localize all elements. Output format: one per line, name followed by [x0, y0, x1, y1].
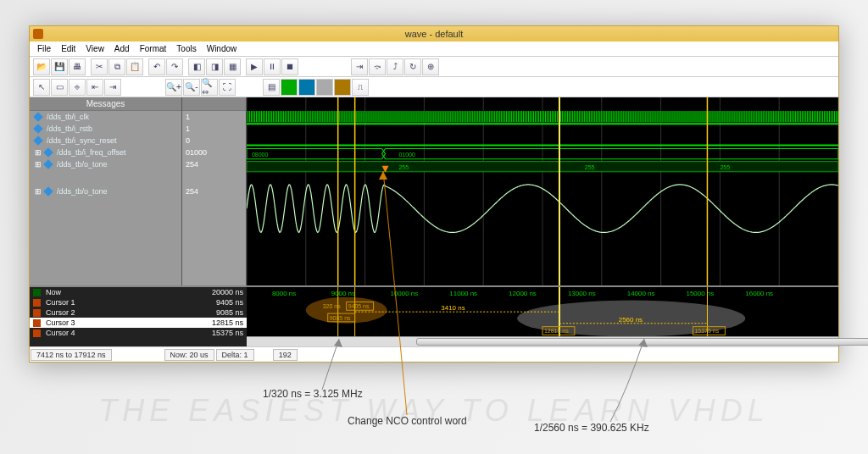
- diamond-icon: [43, 159, 53, 169]
- svg-text:9000 ns: 9000 ns: [331, 290, 355, 297]
- tool-b-icon[interactable]: ◨: [206, 58, 223, 75]
- zoom-in-icon[interactable]: 🔍+: [165, 79, 182, 96]
- diamond-icon: [43, 147, 53, 157]
- signal-row-analog: ⊞/dds_tb/o_tone: [30, 177, 181, 206]
- menu-tools[interactable]: Tools: [172, 42, 200, 55]
- svg-text:16000 ns: 16000 ns: [745, 290, 773, 297]
- svg-text:13000 ns: 13000 ns: [568, 290, 596, 297]
- svg-text:9405 ns: 9405 ns: [348, 303, 370, 309]
- svg-text:8000 ns: 8000 ns: [272, 290, 296, 297]
- cursor-values: 20000 ns 9405 ns 9085 ns 12815 ns 15375 …: [182, 287, 247, 346]
- signal-panel[interactable]: Messages /dds_tb/i_clk /dds_tb/i_rstb /d…: [30, 97, 182, 285]
- svg-text:320 ns: 320 ns: [323, 303, 341, 309]
- svg-text:255: 255: [585, 164, 595, 170]
- cursor-panel: Now Cursor 1 Cursor 2 Cursor 3 Cursor 4 …: [30, 285, 838, 346]
- svg-text:2560 ns: 2560 ns: [619, 316, 643, 324]
- svg-text:15375 ns: 15375 ns: [694, 329, 719, 335]
- select-icon[interactable]: ▭: [51, 79, 68, 96]
- menu-file[interactable]: File: [33, 42, 55, 55]
- signal-row: /dds_tb/i_clk: [30, 111, 181, 123]
- color1-icon[interactable]: [281, 79, 298, 96]
- menu-format[interactable]: Format: [136, 42, 171, 55]
- scrollbar-thumb[interactable]: [416, 338, 868, 346]
- annotation-freq2: 1/2560 ns = 390.625 KHz: [534, 422, 649, 434]
- tool-c-icon[interactable]: ▦: [224, 58, 241, 75]
- diamond-icon: [33, 112, 42, 121]
- svg-text:15000 ns: 15000 ns: [687, 290, 715, 297]
- zoom-out-icon[interactable]: 🔍-: [183, 79, 200, 96]
- cursor-row-selected[interactable]: Cursor 3: [30, 318, 182, 328]
- status-range: 7412 ns to 17912 ns: [31, 349, 112, 361]
- color2-icon[interactable]: [298, 79, 315, 96]
- color4-icon[interactable]: [334, 79, 351, 96]
- value-row: 01000: [182, 147, 246, 158]
- value-row: 0: [182, 135, 246, 147]
- app-icon: [33, 29, 43, 39]
- stepover-icon[interactable]: ⤼: [369, 58, 386, 75]
- stepout-icon[interactable]: ⤴: [387, 58, 403, 75]
- value-row: 1: [182, 111, 246, 123]
- menubar: File Edit View Add Format Tools Window: [30, 42, 838, 57]
- now-row: Now: [30, 287, 182, 297]
- menu-add[interactable]: Add: [110, 42, 134, 55]
- svg-text:255: 255: [720, 164, 730, 170]
- cursor-add-icon[interactable]: ⊕: [422, 58, 439, 75]
- value-row: 1: [182, 123, 246, 135]
- diamond-icon: [33, 124, 42, 133]
- open-icon[interactable]: 📂: [33, 58, 50, 75]
- value-panel: 1 1 0 01000 254 254: [182, 97, 247, 285]
- stop-icon[interactable]: ⏹: [281, 58, 298, 75]
- cursor-row[interactable]: Cursor 2: [30, 307, 182, 318]
- svg-text:14000 ns: 14000 ns: [627, 290, 655, 297]
- undo-icon[interactable]: ↶: [148, 58, 165, 75]
- svg-text:12815 ns: 12815 ns: [544, 329, 569, 335]
- menu-view[interactable]: View: [81, 42, 108, 55]
- menu-edit[interactable]: Edit: [57, 42, 80, 55]
- tool-a-icon[interactable]: ◧: [188, 58, 205, 75]
- svg-text:01000: 01000: [398, 152, 415, 158]
- svg-text:9085 ns: 9085 ns: [330, 315, 351, 321]
- pointer-icon[interactable]: ↖: [33, 79, 50, 96]
- step-icon[interactable]: ⇥: [351, 58, 368, 75]
- toolbar-2: ↖ ▭ ⎆ ⇤ ⇥ 🔍+ 🔍- 🔍⇔ ⛶ ▤ ⎍: [30, 77, 838, 97]
- prev-icon[interactable]: ⇤: [86, 79, 103, 96]
- messages-header: Messages: [30, 97, 181, 111]
- menu-window[interactable]: Window: [203, 42, 242, 55]
- svg-text:08000: 08000: [252, 152, 268, 158]
- diamond-icon: [43, 186, 53, 196]
- svg-rect-18: [247, 162, 838, 172]
- svg-text:11000 ns: 11000 ns: [449, 290, 477, 297]
- cursor-ruler[interactable]: 8000 ns 9000 ns 10000 ns 11000 ns 12000 …: [247, 287, 838, 346]
- cursor-list[interactable]: Now Cursor 1 Cursor 2 Cursor 3 Cursor 4: [30, 287, 182, 346]
- svg-rect-12: [247, 111, 838, 122]
- cursor-row[interactable]: Cursor 4: [30, 328, 182, 338]
- svg-text:255: 255: [398, 164, 409, 170]
- save-icon[interactable]: 💾: [51, 58, 68, 75]
- redo-icon[interactable]: ↷: [166, 58, 183, 75]
- next-icon[interactable]: ⇥: [104, 79, 121, 96]
- cut-icon[interactable]: ✂: [91, 58, 108, 75]
- color3-icon[interactable]: [316, 79, 333, 96]
- print-icon[interactable]: 🖶: [69, 58, 86, 75]
- goto-icon[interactable]: ⎆: [69, 79, 86, 96]
- zoom-fit-icon[interactable]: ⛶: [219, 79, 236, 96]
- svg-text:3410 ns: 3410 ns: [441, 304, 465, 312]
- svg-text:12000 ns: 12000 ns: [509, 290, 537, 297]
- copy-icon[interactable]: ⧉: [108, 58, 125, 75]
- toolbar-1: 📂 💾 🖶 ✂ ⧉ 📋 ↶ ↷ ◧ ◨ ▦ ▶ ⏸ ⏹ ⇥ ⤼ ⤴ ↻ ⊕: [30, 57, 838, 77]
- zoom-full-icon[interactable]: 🔍⇔: [201, 79, 218, 96]
- annotation-change-nco: Change NCO control word: [348, 415, 467, 427]
- run-icon[interactable]: ▶: [246, 58, 263, 75]
- waveform-area[interactable]: 08000 01000 255 255 255: [247, 97, 838, 285]
- cursor-row[interactable]: Cursor 1: [30, 297, 182, 307]
- grid-icon[interactable]: ▤: [263, 79, 280, 96]
- signal-row: ⊞/dds_tb/o_tone: [30, 158, 181, 170]
- break-icon[interactable]: ⏸: [264, 58, 281, 75]
- diamond-icon: [33, 136, 42, 145]
- paste-icon[interactable]: 📋: [126, 58, 143, 75]
- restart-icon[interactable]: ↻: [404, 58, 421, 75]
- edge-icon[interactable]: ⎍: [352, 79, 369, 96]
- value-row: 254: [182, 177, 246, 206]
- h-scrollbar[interactable]: [247, 336, 838, 346]
- signal-row: /dds_tb/i_rstb: [30, 123, 181, 135]
